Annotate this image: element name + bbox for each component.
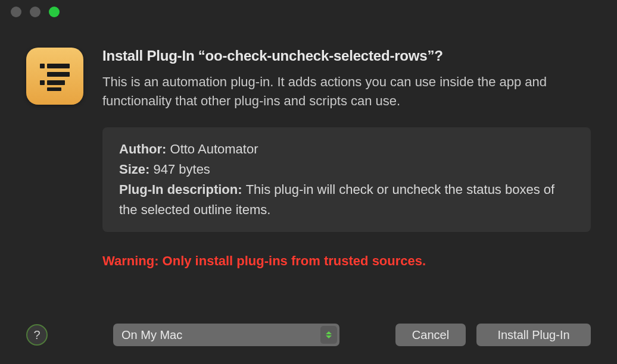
- outliner-icon: [38, 59, 72, 93]
- dialog-content: Install Plug-In “oo-check-uncheck-select…: [0, 24, 617, 289]
- cancel-button[interactable]: Cancel: [395, 324, 466, 346]
- zoom-window-button[interactable]: [49, 7, 60, 17]
- author-label: Author:: [119, 142, 170, 156]
- description-label: Plug-In description:: [119, 182, 246, 197]
- author-row: Author: Otto Automator: [119, 139, 574, 159]
- svg-rect-4: [47, 80, 65, 85]
- help-button[interactable]: ?: [26, 324, 48, 346]
- svg-rect-0: [40, 64, 45, 68]
- size-label: Size:: [119, 162, 153, 177]
- svg-rect-3: [40, 80, 45, 85]
- close-window-button[interactable]: [11, 7, 21, 17]
- svg-rect-2: [47, 72, 70, 77]
- icon-column: [26, 48, 83, 289]
- minimize-window-button[interactable]: [30, 7, 40, 17]
- svg-rect-1: [47, 64, 70, 68]
- install-location-select-wrap[interactable]: On My Mac: [113, 324, 339, 346]
- select-stepper-icon: [320, 326, 337, 344]
- plugin-app-icon: [26, 48, 83, 105]
- warning-text: Warning: Only install plug-ins from trus…: [102, 253, 591, 269]
- dialog-title: Install Plug-In “oo-check-uncheck-select…: [102, 48, 591, 64]
- plugin-info-panel: Author: Otto Automator Size: 947 bytes P…: [102, 127, 591, 232]
- dialog-subtitle: This is an automation plug-in. It adds a…: [102, 73, 591, 111]
- install-location-select: On My Mac: [113, 324, 339, 346]
- dialog-footer: ? On My Mac Cancel Install Plug-In: [26, 324, 591, 346]
- window-titlebar: [0, 0, 617, 24]
- author-value: Otto Automator: [170, 142, 258, 156]
- main-column: Install Plug-In “oo-check-uncheck-select…: [102, 48, 591, 289]
- chevron-down-icon: [326, 335, 332, 338]
- install-plugin-button[interactable]: Install Plug-In: [476, 324, 591, 346]
- size-value: 947 bytes: [153, 162, 210, 177]
- chevron-up-icon: [326, 331, 332, 334]
- description-row: Plug-In description: This plug-in will c…: [119, 180, 574, 220]
- size-row: Size: 947 bytes: [119, 159, 574, 180]
- svg-rect-5: [47, 87, 61, 91]
- install-location-value: On My Mac: [121, 328, 182, 342]
